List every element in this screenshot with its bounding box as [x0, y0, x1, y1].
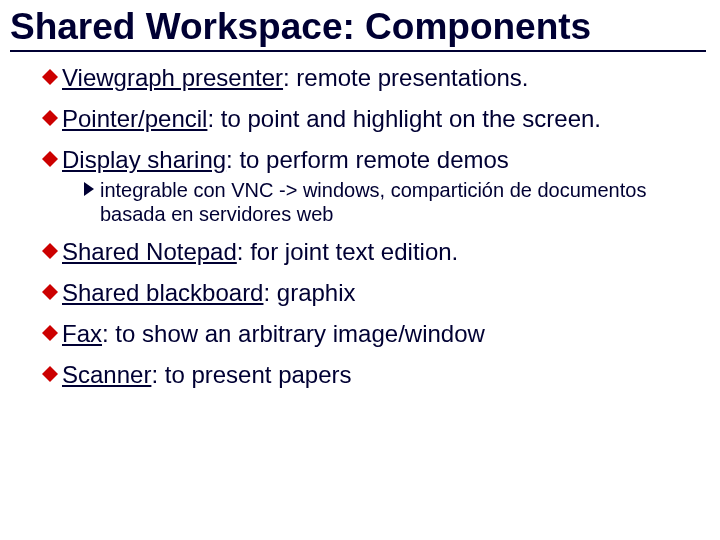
- list-item: Display sharing: to perform remote demos: [42, 145, 706, 175]
- sub-bullet-text: integrable con VNC -> windows, compartic…: [100, 178, 706, 226]
- svg-marker-4: [42, 243, 58, 259]
- page-title: Shared Workspace: Components: [10, 6, 706, 52]
- bullet-term: Pointer/pencil: [62, 105, 207, 132]
- bullet-desc: : for joint text edition.: [237, 238, 458, 265]
- list-item: Pointer/pencil: to point and highlight o…: [42, 104, 706, 134]
- diamond-icon: [42, 243, 58, 259]
- sub-list-item: integrable con VNC -> windows, compartic…: [84, 178, 706, 226]
- diamond-icon: [42, 366, 58, 382]
- list-item: Fax: to show an arbitrary image/window: [42, 319, 706, 349]
- bullet-text: Pointer/pencil: to point and highlight o…: [62, 104, 706, 134]
- bullet-term: Fax: [62, 320, 102, 347]
- bullet-term: Shared Notepad: [62, 238, 237, 265]
- svg-marker-1: [42, 110, 58, 126]
- slide: Shared Workspace: Components Viewgraph p…: [0, 0, 720, 400]
- svg-marker-2: [42, 151, 58, 167]
- triangle-icon: [84, 182, 96, 196]
- diamond-icon: [42, 284, 58, 300]
- list-item: Shared blackboard: graphix: [42, 278, 706, 308]
- bullet-term: Display sharing: [62, 146, 226, 173]
- bullet-text: Scanner: to present papers: [62, 360, 706, 390]
- bullet-term: Shared blackboard: [62, 279, 263, 306]
- list-item: Viewgraph presenter: remote presentation…: [42, 63, 706, 93]
- diamond-icon: [42, 325, 58, 341]
- bullet-text: Viewgraph presenter: remote presentation…: [62, 63, 706, 93]
- svg-marker-0: [42, 69, 58, 85]
- bullet-term: Scanner: [62, 361, 151, 388]
- diamond-icon: [42, 69, 58, 85]
- bullet-text: Shared Notepad: for joint text edition.: [62, 237, 706, 267]
- diamond-icon: [42, 110, 58, 126]
- svg-marker-7: [42, 366, 58, 382]
- bullet-desc: : to point and highlight on the screen.: [207, 105, 601, 132]
- bullet-text: Display sharing: to perform remote demos: [62, 145, 706, 175]
- svg-marker-6: [42, 325, 58, 341]
- svg-marker-3: [84, 182, 94, 196]
- diamond-icon: [42, 151, 58, 167]
- bullet-term: Viewgraph presenter: [62, 64, 283, 91]
- bullet-desc: : to show an arbitrary image/window: [102, 320, 485, 347]
- list-item: Shared Notepad: for joint text edition.: [42, 237, 706, 267]
- bullet-text: Fax: to show an arbitrary image/window: [62, 319, 706, 349]
- bullet-desc: : remote presentations.: [283, 64, 528, 91]
- bullet-desc: : to perform remote demos: [226, 146, 509, 173]
- bullet-text: Shared blackboard: graphix: [62, 278, 706, 308]
- list-item: Scanner: to present papers: [42, 360, 706, 390]
- bullet-desc: : to present papers: [151, 361, 351, 388]
- svg-marker-5: [42, 284, 58, 300]
- bullet-desc: : graphix: [263, 279, 355, 306]
